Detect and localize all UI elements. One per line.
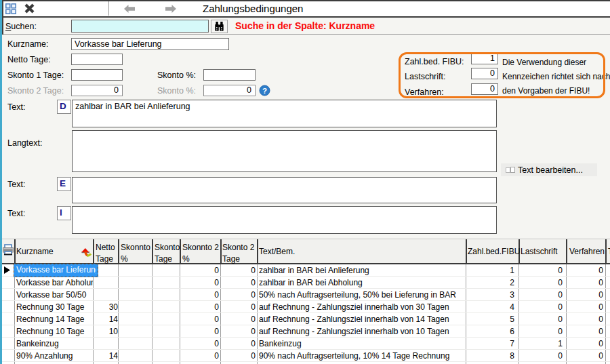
svg-text:?: ?	[262, 87, 267, 95]
